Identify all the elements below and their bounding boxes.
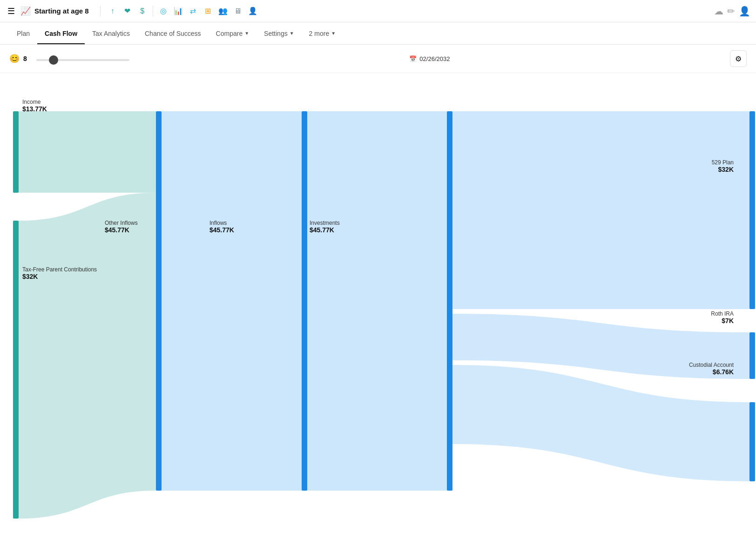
other-inflows-title: Other Inflows	[105, 220, 138, 226]
custodial-label: Custodial Account $6.76K	[689, 362, 734, 376]
avatar-icon[interactable]: 👤	[739, 6, 750, 17]
tab-plan[interactable]: Plan	[9, 22, 37, 44]
income-label: Income $13.77K	[22, 99, 47, 113]
svg-rect-1	[13, 221, 19, 519]
tab-settings[interactable]: Settings ▼	[256, 22, 302, 44]
tax-free-value: $32K	[22, 273, 97, 280]
plan529-label: 529 Plan $32K	[712, 159, 734, 173]
other-inflows-label: Other Inflows $45.77K	[105, 220, 138, 234]
heart-icon[interactable]: ❤	[121, 5, 134, 18]
custodial-value: $6.76K	[689, 368, 734, 376]
settings-chevron: ▼	[290, 31, 294, 36]
investments-title: Investments	[310, 220, 340, 226]
income-title: Income	[22, 99, 47, 105]
svg-rect-6	[749, 332, 755, 379]
svg-rect-4	[447, 111, 452, 491]
cloud-icon[interactable]: ☁	[714, 6, 723, 17]
date-control: 📅 02/26/2032	[409, 55, 450, 62]
tab-chance[interactable]: Chance of Success	[137, 22, 209, 44]
tree-up-icon[interactable]: ↑	[106, 5, 119, 18]
app-title: Starting at age 8	[34, 7, 89, 15]
svg-rect-0	[13, 111, 19, 193]
divider2	[153, 6, 153, 17]
logo-chart-icon: 📈	[20, 6, 31, 16]
age-face-icon: 😊	[9, 54, 20, 64]
sliders-icon: ⚙	[735, 54, 742, 63]
more-chevron: ▼	[331, 31, 336, 36]
top-bar: ☰ 📈 Starting at age 8 ↑ ❤ $ ◎ 📊 ⇄ ⊞ 👥 🖥 …	[0, 0, 756, 22]
compare-chevron: ▼	[244, 31, 249, 36]
tab-cashflow[interactable]: Cash Flow	[37, 22, 85, 44]
inflows-value: $45.77K	[209, 226, 234, 234]
age-slider-container	[36, 54, 129, 63]
controls-bar: 😊 8 📅 02/26/2032 ⚙	[0, 45, 756, 73]
svg-rect-5	[749, 111, 755, 309]
dollar-icon[interactable]: $	[136, 5, 149, 18]
divider	[100, 6, 101, 17]
age-value: 8	[23, 55, 27, 62]
tab-more[interactable]: 2 more ▼	[302, 22, 343, 44]
svg-rect-2	[156, 111, 162, 491]
grid-icon[interactable]: ⊞	[202, 5, 215, 18]
svg-rect-7	[749, 402, 755, 481]
add-person-icon[interactable]: 👤	[246, 5, 259, 18]
income-value: $13.77K	[22, 105, 47, 113]
app-logo: 📈 Starting at age 8	[20, 6, 89, 16]
plan529-title: 529 Plan	[712, 159, 734, 166]
other-inflows-value: $45.77K	[105, 226, 138, 234]
hamburger-icon[interactable]: ☰	[6, 4, 17, 18]
date-value: 02/26/2032	[419, 55, 450, 62]
edit-slash-icon[interactable]: ✏	[727, 6, 735, 17]
roth-label: Roth IRA $7K	[711, 310, 734, 324]
roth-value: $7K	[711, 317, 734, 324]
age-slider[interactable]	[36, 59, 129, 61]
calendar-icon: 📅	[409, 55, 417, 62]
plan529-value: $32K	[712, 166, 734, 173]
target-icon[interactable]: ◎	[157, 5, 170, 18]
chart-settings-button[interactable]: ⚙	[730, 50, 747, 67]
custodial-title: Custodial Account	[689, 362, 734, 368]
tax-free-title: Tax-Free Parent Contributions	[22, 266, 97, 273]
age-control: 😊 8	[9, 54, 27, 64]
tab-compare[interactable]: Compare ▼	[209, 22, 257, 44]
investments-value: $45.77K	[310, 226, 340, 234]
sankey-diagram	[0, 73, 756, 553]
monitor-icon[interactable]: 🖥	[231, 5, 244, 18]
toolbar-icons: ↑ ❤ $ ◎ 📊 ⇄ ⊞ 👥 🖥 👤	[106, 5, 259, 18]
swap-icon[interactable]: ⇄	[187, 5, 200, 18]
bars-up-icon[interactable]: 📊	[172, 5, 185, 18]
inflows-title: Inflows	[209, 220, 234, 226]
roth-title: Roth IRA	[711, 310, 734, 317]
svg-rect-3	[302, 111, 307, 491]
inflows-label: Inflows $45.77K	[209, 220, 234, 234]
top-bar-right: ☁ ✏ 👤	[714, 6, 750, 17]
people-icon[interactable]: 👥	[216, 5, 230, 18]
tax-free-label: Tax-Free Parent Contributions $32K	[22, 266, 97, 280]
chart-area: Income $13.77K Tax-Free Parent Contribut…	[0, 73, 756, 553]
investments-label: Investments $45.77K	[310, 220, 340, 234]
tab-tax[interactable]: Tax Analytics	[85, 22, 137, 44]
nav-tabs: Plan Cash Flow Tax Analytics Chance of S…	[0, 22, 756, 45]
